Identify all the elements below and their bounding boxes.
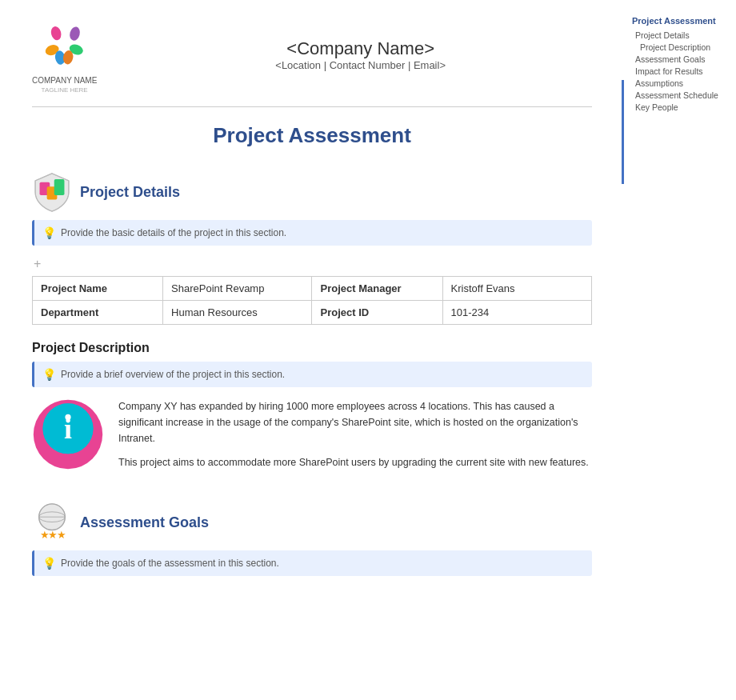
svg-text:★: ★	[57, 529, 66, 541]
header-info: <Company Name> <Location | Contact Numbe…	[129, 38, 592, 71]
logo-company-name: COMPANY NAME	[32, 76, 97, 85]
sidebar-item-assessment-goals[interactable]: Assessment Goals	[632, 54, 728, 64]
table-row: Project Name SharePoint Revamp Project M…	[33, 277, 592, 301]
value-department[interactable]: Human Resources	[163, 301, 312, 325]
value-project-name[interactable]: SharePoint Revamp	[163, 277, 312, 301]
add-row-button[interactable]: +	[34, 257, 592, 271]
svg-rect-9	[54, 179, 65, 195]
description-paragraph-2: This project aims to accommodate more Sh…	[118, 454, 592, 470]
page-title: Project Assessment	[32, 123, 592, 148]
page-wrapper: COMPANY NAME TAGLINE HERE <Company Name>…	[0, 0, 736, 700]
assessment-goals-title: Assessment Goals	[80, 514, 209, 531]
lightbulb-icon-3: 💡	[42, 557, 56, 570]
sidebar-item-project-details[interactable]: Project Details	[632, 30, 728, 40]
assessment-goals-info-box: 💡 Provide the goals of the assessment in…	[32, 550, 592, 576]
description-content: i i Company XY has expanded by hiring 10…	[32, 398, 592, 478]
assessment-goals-icon: ★ ★ ★	[32, 502, 72, 542]
header: COMPANY NAME TAGLINE HERE <Company Name>…	[32, 16, 592, 107]
project-details-header: Project Details	[32, 172, 592, 212]
table-row: Department Human Resources Project ID 10…	[33, 301, 592, 325]
svg-point-1	[68, 26, 81, 42]
project-details-info-text: Provide the basic details of the project…	[61, 227, 286, 238]
assessment-goals-info-text: Provide the goals of the assessment in t…	[61, 558, 279, 569]
project-description-info-box: 💡 Provide a brief overview of the projec…	[32, 362, 592, 387]
sidebar: Project Assessment Project Details Proje…	[624, 0, 736, 700]
value-project-manager[interactable]: Kristoff Evans	[442, 277, 591, 301]
lightbulb-icon-2: 💡	[42, 368, 56, 381]
svg-point-0	[50, 26, 62, 42]
label-project-name: Project Name	[33, 277, 163, 301]
label-project-manager: Project Manager	[312, 277, 442, 301]
sidebar-item-schedule[interactable]: Assessment Schedule	[632, 90, 728, 100]
assessment-goals-section: ★ ★ ★ Assessment Goals 💡 Provide the goa…	[32, 502, 592, 576]
sidebar-item-key-people[interactable]: Key People	[632, 102, 728, 112]
page-title-section: Project Assessment	[32, 123, 592, 148]
logo-tagline: TAGLINE HERE	[32, 86, 97, 94]
project-details-section: Project Details 💡 Provide the basic deta…	[32, 172, 592, 325]
company-logo	[37, 16, 93, 72]
assessment-goals-header: ★ ★ ★ Assessment Goals	[32, 502, 592, 542]
project-description-info-text: Provide a brief overview of the project …	[61, 369, 285, 380]
logo-area: COMPANY NAME TAGLINE HERE	[32, 16, 97, 94]
sidebar-item-impact[interactable]: Impact for Results	[632, 66, 728, 76]
svg-point-15	[65, 414, 70, 420]
project-details-info-box: 💡 Provide the basic details of the proje…	[32, 220, 592, 246]
lightbulb-icon: 💡	[42, 226, 56, 239]
project-details-title: Project Details	[80, 184, 180, 201]
label-department: Department	[33, 301, 163, 325]
sidebar-item-project-description[interactable]: Project Description	[632, 42, 728, 52]
sidebar-title: Project Assessment	[632, 16, 728, 26]
project-details-icon	[32, 172, 72, 212]
project-description-title: Project Description	[32, 341, 592, 355]
sidebar-item-assumptions[interactable]: Assumptions	[632, 78, 728, 88]
company-name-heading: <Company Name>	[129, 38, 592, 59]
description-text: Company XY has expanded by hiring 1000 m…	[118, 398, 592, 478]
project-details-table: Project Name SharePoint Revamp Project M…	[32, 276, 592, 325]
value-project-id[interactable]: 101-234	[442, 301, 591, 325]
svg-point-6	[60, 40, 69, 49]
sidebar-active-bar	[622, 80, 624, 184]
info-icon: i i	[32, 398, 104, 470]
company-subtext: <Location | Contact Number | Email>	[129, 59, 592, 71]
main-content: COMPANY NAME TAGLINE HERE <Company Name>…	[0, 0, 624, 700]
label-project-id: Project ID	[312, 301, 442, 325]
description-paragraph-1: Company XY has expanded by hiring 1000 m…	[118, 398, 592, 446]
project-description-section: Project Description 💡 Provide a brief ov…	[32, 341, 592, 478]
